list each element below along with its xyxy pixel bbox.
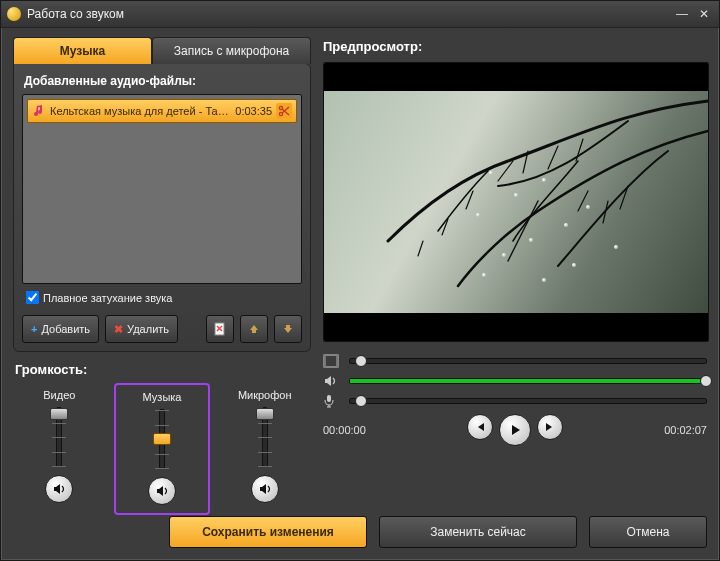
skip-forward-icon [544,421,556,433]
svg-rect-6 [327,395,331,402]
audio-item[interactable]: Кельтская музыка для детей - Танец-ht...… [27,99,297,123]
move-down-button[interactable] [274,315,302,343]
tabs: Музыка Запись с микрофона [13,37,311,64]
seek-track[interactable] [349,358,707,364]
speaker-icon [323,374,341,388]
window-title: Работа со звуком [27,7,669,21]
svg-rect-3 [324,355,338,367]
audio-knob[interactable] [700,375,712,387]
slider-thumb[interactable] [256,408,274,420]
audio-panel: Добавленные аудио-файлы: Кельтская музык… [13,63,311,352]
volume-mic-slider[interactable] [262,407,268,467]
replace-label: Заменить сейчас [430,525,526,539]
time-total: 00:02:07 [664,424,707,436]
delete-button[interactable]: ✖ Удалить [105,315,178,343]
preview-pane [323,62,709,342]
next-button[interactable] [537,414,563,440]
remove-button[interactable] [206,315,234,343]
arrow-up-icon [248,323,260,335]
volume-mic-mute[interactable] [251,475,279,503]
preview-heading: Предпросмотр: [323,39,707,54]
volume-music-mute[interactable] [148,477,176,505]
volume-music: Музыка [114,383,211,515]
volume-video-mute[interactable] [45,475,73,503]
play-button[interactable] [499,414,531,446]
volume-heading: Громкость: [15,362,311,377]
slider-thumb[interactable] [153,433,171,445]
tab-mic-label: Запись с микрофона [174,44,289,58]
prev-button[interactable] [467,414,493,440]
footer: Сохранить изменения Заменить сейчас Отме… [13,516,707,548]
audio-item-name: Кельтская музыка для детей - Танец-ht... [50,105,231,117]
audio-list: Кельтская музыка для детей - Танец-ht...… [22,94,302,284]
timebar: 00:00:00 00:02:07 [323,414,707,446]
seek-knob[interactable] [355,355,367,367]
speaker-icon [155,484,169,498]
cancel-label: Отмена [626,525,669,539]
add-button[interactable]: + Добавить [22,315,99,343]
speaker-icon [52,482,66,496]
audio-track[interactable] [349,378,707,384]
tab-mic[interactable]: Запись с микрофона [152,37,311,64]
scissors-icon[interactable] [276,103,292,119]
save-label: Сохранить изменения [202,525,334,539]
play-icon [508,423,522,437]
skip-back-icon [474,421,486,433]
fade-label: Плавное затухание звука [43,292,172,304]
audio-toolbar: + Добавить ✖ Удалить [22,315,302,343]
audio-item-duration: 0:03:35 [235,105,272,117]
music-note-icon [32,104,46,118]
preview-controls: 00:00:00 00:02:07 [323,354,707,446]
save-button[interactable]: Сохранить изменения [169,516,367,548]
microphone-icon [323,394,341,408]
film-icon [323,354,341,368]
volume-video: Видео [13,383,106,515]
close-button[interactable]: ✕ [695,7,713,21]
mic-knob[interactable] [355,395,367,407]
arrow-down-icon [282,323,294,335]
audio-heading: Добавленные аудио-файлы: [24,74,300,88]
fade-checkbox-input[interactable] [26,291,39,304]
branch-graphic [328,91,708,311]
volume-mic-label: Микрофон [220,389,309,401]
speaker-icon [258,482,272,496]
app-icon [7,7,21,21]
svg-rect-5 [336,355,338,367]
add-label: Добавить [41,323,90,335]
page-x-icon [213,322,227,336]
delete-label: Удалить [127,323,169,335]
volume-mic: Микрофон [218,383,311,515]
tab-music[interactable]: Музыка [13,37,152,64]
slider-thumb[interactable] [50,408,68,420]
volume-video-slider[interactable] [56,407,62,467]
time-current: 00:00:00 [323,424,366,436]
plus-icon: + [31,323,37,335]
volume-section: Громкость: Видео [13,362,311,515]
minimize-button[interactable]: — [673,7,691,21]
mic-track[interactable] [349,398,707,404]
x-icon: ✖ [114,323,123,336]
sound-dialog: Работа со звуком — ✕ Музыка Запись с мик… [0,0,720,561]
move-up-button[interactable] [240,315,268,343]
tab-music-label: Музыка [60,44,105,58]
svg-rect-4 [324,355,326,367]
volume-music-label: Музыка [118,391,207,403]
titlebar: Работа со звуком — ✕ [1,1,719,28]
right-column: Предпросмотр: [323,37,707,515]
fade-checkbox[interactable]: Плавное затухание звука [22,288,302,307]
volume-music-slider[interactable] [159,409,165,469]
left-column: Музыка Запись с микрофона Добавленные ау… [13,37,311,515]
volume-video-label: Видео [15,389,104,401]
cancel-button[interactable]: Отмена [589,516,707,548]
replace-button[interactable]: Заменить сейчас [379,516,577,548]
